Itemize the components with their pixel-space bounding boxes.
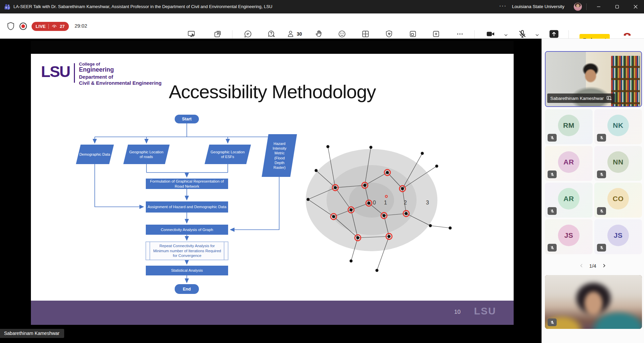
take-control-icon — [187, 29, 196, 39]
participant-tile[interactable]: CO — [594, 183, 642, 218]
pop-out-icon — [213, 29, 222, 39]
presenter-name-tag: Sabarethinam Kameshwar — [0, 329, 64, 338]
teams-logo-icon — [4, 3, 11, 10]
view-grid-icon — [361, 29, 370, 39]
org-name: Louisiana State University — [512, 0, 564, 13]
participants-pager: 1/4 — [542, 261, 644, 271]
network-rings — [306, 149, 437, 251]
pager-prev-icon[interactable] — [578, 263, 585, 269]
spotlight-icon — [606, 96, 612, 101]
mic-muted-badge-icon — [597, 170, 606, 178]
participant-tile[interactable]: NN — [594, 146, 642, 181]
participant-avatar: AR — [558, 151, 579, 173]
svg-text:3: 3 — [426, 200, 429, 205]
slide: LSU College of Engineering Department of… — [31, 41, 514, 325]
mic-muted-badge-icon — [597, 134, 606, 142]
viewers-eye-icon — [51, 24, 57, 29]
meeting-timer: 29:02 — [75, 23, 87, 29]
flowchart-input-demographic: Demographic Data — [78, 145, 112, 164]
speaker-video-tile[interactable]: Sabarethinam Kameshwar — [545, 51, 642, 107]
live-label: LIVE — [36, 24, 46, 29]
footer-lsu-logo: LSU — [474, 305, 496, 317]
rooms-icon — [409, 29, 417, 39]
react-icon — [338, 29, 346, 39]
flowchart-input-roads: Geographic Location of roads — [129, 145, 164, 164]
teams-meeting-window: LA-SEER Talk with Dr. Sabarethinam Kames… — [0, 0, 644, 343]
live-badge: LIVE 27 — [32, 22, 69, 31]
svg-text:0: 0 — [373, 200, 376, 205]
speaker-name: Sabarethinam Kameshwar — [550, 96, 604, 101]
leave-phone-icon — [622, 29, 632, 39]
minimize-button[interactable] — [591, 0, 606, 13]
meeting-toolbar: LIVE 27 29:02 Take control Pop out Cha — [0, 13, 644, 39]
recording-indicator-icon — [19, 22, 28, 31]
user-avatar[interactable] — [574, 3, 582, 11]
svg-text:2: 2 — [404, 200, 407, 205]
flowchart-step-assignment: Assignment of Hazard and Demographic Dat… — [146, 201, 228, 213]
pager-next-icon[interactable] — [601, 263, 607, 269]
more-dots-icon — [456, 29, 464, 39]
participant-avatar: JS — [558, 225, 579, 246]
maximize-button[interactable] — [610, 0, 625, 13]
participant-tile[interactable]: RM — [545, 109, 593, 144]
security-shield-icon[interactable] — [6, 22, 15, 31]
flowchart-step-statistical: Statistical Analysis — [146, 266, 228, 275]
mic-muted-badge-icon — [597, 244, 606, 252]
participant-avatar: JS — [607, 225, 629, 246]
organizer-video — [545, 275, 642, 329]
controls-shield-gear-icon — [385, 29, 393, 39]
slide-page-number: 10 — [454, 309, 461, 315]
participant-avatar: RM — [558, 115, 579, 136]
share-icon — [549, 29, 559, 39]
mic-muted-icon — [518, 29, 527, 39]
title-bar: LA-SEER Talk with Dr. Sabarethinam Kames… — [0, 0, 644, 13]
flowchart-step-connectivity: Connectivity Analysis of Graph — [146, 225, 228, 235]
flowchart-end: End — [175, 284, 199, 294]
participants-sidebar: Sabarethinam Kameshwar RM NK AR NN AR CO — [542, 39, 644, 343]
mic-muted-badge-icon — [548, 134, 557, 142]
mic-muted-badge-icon — [548, 244, 557, 252]
participant-avatar: NN — [607, 151, 629, 173]
flowchart-input-hazard: Hazard Intensity Metric (Flood Depth Ras… — [269, 134, 290, 177]
people-icon — [287, 30, 295, 38]
participant-tile[interactable]: AR — [545, 183, 593, 218]
flowchart-step-repeat: Repeat Connectivity Analysis for Minimum… — [152, 242, 222, 260]
participant-avatar: AR — [558, 188, 579, 209]
titlebar-divider — [586, 3, 587, 10]
people-count: 30 — [297, 31, 302, 37]
svg-text:1: 1 — [384, 200, 387, 205]
mic-muted-badge-icon — [597, 207, 606, 215]
qa-icon — [267, 29, 276, 39]
mic-muted-badge-icon — [548, 318, 557, 326]
participant-tile[interactable]: AR — [545, 146, 593, 181]
participant-avatar: CO — [607, 188, 629, 209]
flowchart-input-esfs: Geographic Location of ESFs — [210, 145, 245, 164]
presentation-stage: LSU College of Engineering Department of… — [0, 39, 542, 343]
live-separator — [48, 24, 49, 29]
participant-avatar: NK — [607, 115, 629, 136]
participant-tile[interactable]: NK — [594, 109, 642, 144]
slide-footer-bar: 10 LSU — [31, 301, 514, 325]
viewer-count: 27 — [60, 24, 65, 29]
flowchart-step-formulation: Formulation of Graphical Representation … — [146, 179, 228, 189]
camera-icon — [486, 29, 495, 39]
organizer-video-tile[interactable] — [545, 275, 642, 329]
participant-tile[interactable]: JS — [594, 219, 642, 254]
camera-options-chevron-icon[interactable] — [503, 32, 509, 38]
flowchart-start: Start — [175, 115, 199, 123]
mic-muted-badge-icon — [548, 207, 557, 215]
raise-hand-icon — [314, 29, 323, 39]
participant-tile[interactable]: JS — [545, 219, 593, 254]
window-title: LA-SEER Talk with Dr. Sabarethinam Kames… — [13, 0, 272, 13]
chat-icon — [244, 29, 252, 39]
titlebar-more-button[interactable]: ··· — [499, 0, 507, 13]
close-button[interactable] — [628, 0, 643, 13]
apps-icon — [432, 29, 440, 39]
speaker-name-label: Sabarethinam Kameshwar — [547, 93, 615, 103]
bookshelf-background — [611, 56, 640, 106]
pager-label: 1/4 — [589, 263, 596, 269]
mic-options-chevron-icon[interactable] — [534, 32, 540, 38]
flowchart-and-network-figure: 0 1 2 3 — [31, 41, 514, 325]
mic-muted-badge-icon — [548, 170, 557, 178]
